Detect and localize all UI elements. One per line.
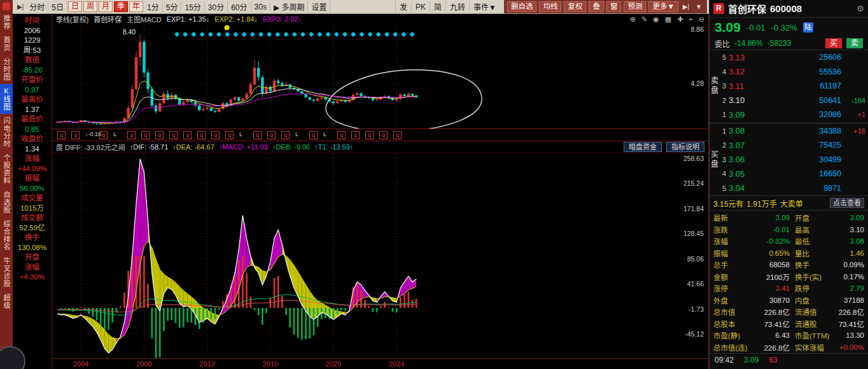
toolbar-button[interactable]: 5日 <box>48 1 67 12</box>
sidebar-item-6[interactable]: 个股资料 <box>0 151 13 188</box>
ask-row[interactable]: 23.1050641-164 <box>720 94 868 108</box>
toolbar-button[interactable]: 发 <box>395 1 411 12</box>
toolbar-button[interactable]: 简 <box>430 1 445 12</box>
main-chart-header: 季线(复权) 首创环保 主图MACD EXP1: +1.35↓ EXP2: +1… <box>52 14 708 24</box>
toolbar-button[interactable]: 九转 <box>445 1 469 12</box>
indicator-help-button[interactable]: 指标说明 <box>666 142 704 152</box>
price-row: 3.09 -0.01 -0.32% 陆 <box>710 18 868 37</box>
dividend-marker: q <box>99 131 108 139</box>
dividend-marker: q <box>309 131 318 139</box>
hand-icon[interactable]: ✚ <box>677 15 683 24</box>
period-button[interactable]: 年 <box>129 1 143 12</box>
weibi-value: -14.86% <box>734 39 763 48</box>
toolbar-end-icon[interactable]: ▼ <box>694 3 704 10</box>
period-button[interactable]: 季 <box>114 1 128 12</box>
book-price: 3.06 <box>729 155 760 164</box>
stat-value: 6.43 <box>750 331 790 339</box>
zoom-in-icon[interactable]: + <box>689 15 692 24</box>
dividend-marker: q <box>141 131 150 139</box>
ask-row[interactable]: 53.1325606 <box>720 50 868 65</box>
info-line: 56.00% <box>13 184 52 194</box>
multi-period-button[interactable]: ▶ 多周期 <box>270 1 309 12</box>
book-delta: +16 <box>841 127 865 135</box>
quote-header: R 首创环保 600008 ⚙ <box>710 0 868 18</box>
book-price: 3.07 <box>729 141 760 150</box>
book-level: 1 <box>720 127 729 135</box>
sidebar-item-4[interactable]: K线图 <box>0 84 13 114</box>
buy-button[interactable]: 买 <box>825 38 842 48</box>
big-order-notice: 3.15元有1.91万手大卖单点击查看 <box>710 196 868 211</box>
chart-marker-text: L <box>323 131 326 138</box>
toolbar-button[interactable]: 30分 <box>205 1 228 12</box>
settings-button[interactable]: 设置 <box>308 1 330 12</box>
bid-row[interactable]: 13.0834388+16 <box>720 124 868 139</box>
info-line: 1.37 <box>13 105 52 115</box>
notice-view-button[interactable]: 点击查看 <box>830 198 864 208</box>
sidebar-item-3[interactable]: 分时图 <box>0 55 13 84</box>
toolbar-button[interactable]: 60分 <box>228 1 251 12</box>
ask-row[interactable]: 33.1161197 <box>720 79 868 94</box>
book-level: 2 <box>720 97 729 104</box>
info-line: 收盘价 <box>13 134 52 144</box>
magnifier-icon[interactable]: ⊕ <box>630 15 636 24</box>
bid-row[interactable]: 53.049871 <box>720 181 868 196</box>
book-level: 2 <box>720 141 729 149</box>
toolbar-button[interactable]: 删自选 <box>507 1 537 12</box>
bid-row[interactable]: 23.0775425 <box>720 138 868 153</box>
stat-label: 最新 <box>713 212 750 223</box>
info-line: 成交量 <box>13 193 52 204</box>
tick-list[interactable]: 09:42 3.09 63 <box>710 353 868 369</box>
period-button[interactable]: 周 <box>83 1 97 12</box>
macd-chart[interactable]: 258.63215.24171.84128.4585.0641.66-1.73-… <box>52 153 708 358</box>
svg-text:8.40: 8.40 <box>123 28 136 36</box>
sidebar-item-1[interactable]: 推荐 <box>0 11 13 33</box>
level2-badge: R <box>713 3 724 14</box>
book-volume: 32086 <box>760 110 841 119</box>
dark-pool-funds-button[interactable]: 暗盘资金 <box>624 142 662 152</box>
axis-year-label: 2008 <box>136 360 151 368</box>
sidebar-item-5[interactable]: 闪电分时 <box>0 114 13 151</box>
chart-indicator-label[interactable]: 主图MACD <box>127 14 161 24</box>
sidebar-item-10[interactable]: 超级 <box>0 291 13 312</box>
toolbar-button[interactable]: 30s <box>251 3 270 11</box>
bid-row[interactable]: 33.0630499 <box>720 153 868 167</box>
toolbar-button[interactable]: 1分 <box>144 1 163 12</box>
candlestick-chart[interactable]: 8.408.864.28 <box>52 24 708 129</box>
toolbar-button[interactable]: 预测 <box>624 1 646 12</box>
toolbar-button[interactable]: PK <box>411 3 430 11</box>
toolbar-button[interactable]: 15分 <box>181 1 204 12</box>
period-button[interactable]: 月 <box>99 1 113 12</box>
toolbar-button[interactable]: 5分 <box>163 1 182 12</box>
toolbar-button[interactable]: 分时 <box>26 1 48 12</box>
bid-row[interactable]: 43.0516650 <box>720 167 868 181</box>
toolbar-button[interactable]: 更多▼ <box>648 1 678 12</box>
info-line: 数值 <box>13 55 52 66</box>
toolbar-button[interactable]: 事件▼ <box>469 1 500 12</box>
eye-icon[interactable]: ◉ <box>653 15 659 24</box>
chart-marker-text: L <box>113 131 116 138</box>
dividend-marker: q <box>379 131 388 139</box>
sidebar-item-8[interactable]: 综合排名 <box>0 217 13 254</box>
collapse-icon[interactable]: ▶| <box>15 3 26 10</box>
toolbar-button[interactable]: 窗 <box>606 1 622 12</box>
toolbar-button[interactable]: 复权 <box>564 1 586 12</box>
pen-icon[interactable]: ✎ <box>641 15 647 24</box>
ask-row[interactable]: 13.0932086+1 <box>720 108 868 122</box>
grid-icon[interactable]: ▦ <box>665 15 671 24</box>
toolbar-end-icon[interactable]: ▶| <box>681 3 691 10</box>
svg-text:171.84: 171.84 <box>683 205 704 212</box>
gear-icon[interactable]: ⚙ <box>857 4 864 13</box>
stats-row: 金额2100万换手(实)0.17% <box>713 271 864 283</box>
toolbar-button[interactable]: 均线 <box>539 1 561 12</box>
toolbar-button[interactable]: 叠 <box>589 1 604 12</box>
ask-row[interactable]: 43.1255536 <box>720 65 868 80</box>
sidebar-item-7[interactable]: 自选股 <box>0 188 13 217</box>
svg-text:4.28: 4.28 <box>691 80 704 87</box>
sell-button[interactable]: 卖 <box>846 38 863 48</box>
zoom-out-icon[interactable]: ⊖ <box>699 15 704 24</box>
stats-row: 市盈(静)6.43市盈(TTM)13.30 <box>713 330 864 342</box>
dividend-marker: q <box>183 131 192 139</box>
sidebar-item-9[interactable]: 牛叉诊股 <box>0 254 13 291</box>
sidebar-item-2[interactable]: 首页 <box>0 33 13 55</box>
period-button[interactable]: 日 <box>68 1 82 12</box>
